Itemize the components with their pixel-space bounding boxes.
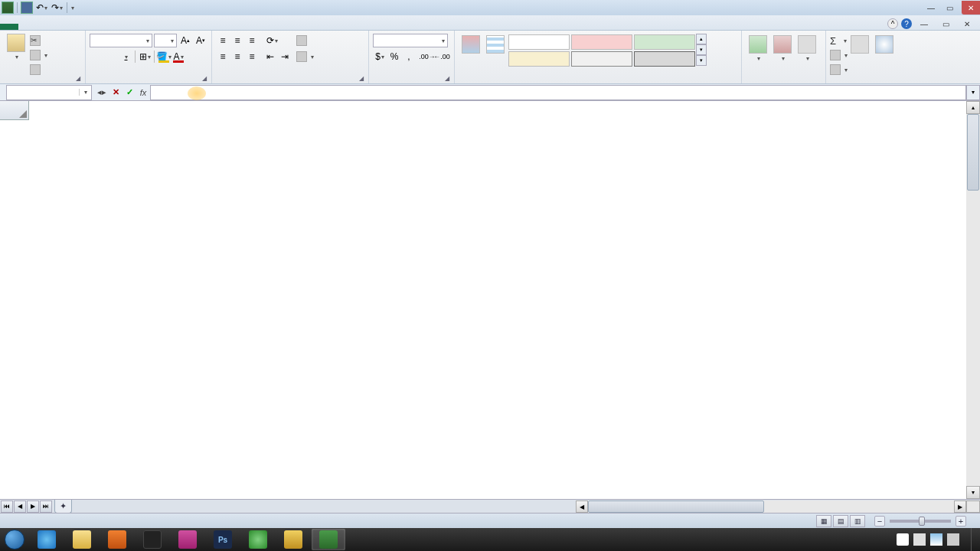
style-neutral[interactable] (508, 51, 570, 67)
style-check-cell[interactable] (634, 51, 695, 67)
sheet-nav-last[interactable]: ⏭ (40, 500, 52, 513)
normal-view-button[interactable]: ▦ (816, 515, 831, 527)
style-calculation[interactable] (571, 51, 632, 67)
insert-cells-button[interactable]: ▾ (746, 34, 770, 64)
increase-indent-button[interactable]: ⇥ (278, 50, 292, 64)
new-sheet-button[interactable]: ✦ (54, 500, 72, 514)
scroll-right-button[interactable]: ▶ (954, 500, 966, 513)
zoom-thumb[interactable] (919, 517, 925, 526)
decrease-font-button[interactable]: A▾ (194, 34, 207, 47)
qat-customize[interactable]: ▾ (71, 5, 74, 11)
clipboard-launcher[interactable]: ◢ (76, 75, 83, 83)
align-left-button[interactable]: ≡ (216, 50, 230, 64)
increase-font-button[interactable]: A▴ (178, 34, 192, 47)
decrease-indent-button[interactable]: ⇤ (263, 50, 277, 64)
page-break-view-button[interactable]: ▥ (850, 515, 865, 527)
zoom-out-button[interactable]: − (874, 516, 885, 527)
taskbar-app2[interactable] (241, 529, 275, 550)
zoom-slider[interactable] (890, 520, 951, 523)
underline-button[interactable]: ▾ (119, 50, 132, 64)
style-good[interactable] (634, 34, 695, 50)
formula-enter-button[interactable]: ✓ (122, 86, 136, 99)
delete-cells-button[interactable]: ▾ (770, 34, 795, 64)
excel-icon[interactable] (2, 2, 14, 14)
align-top-button[interactable]: ≡ (216, 34, 230, 47)
orientation-button[interactable]: ⟳▾ (265, 34, 279, 47)
format-cells-button[interactable]: ▾ (795, 34, 819, 64)
sort-filter-button[interactable] (848, 34, 872, 57)
zoom-in-button[interactable]: + (956, 516, 966, 527)
copy-button[interactable]: ▾ (30, 48, 47, 62)
style-bad[interactable] (571, 34, 632, 50)
save-icon[interactable] (21, 2, 33, 14)
taskbar-media[interactable] (100, 529, 134, 550)
taskbar-photoshop[interactable]: Ps (206, 529, 240, 550)
font-color-button[interactable]: A▾ (172, 50, 185, 64)
undo-button[interactable]: ↶▾ (34, 1, 48, 15)
bold-button[interactable] (90, 50, 103, 64)
vertical-scrollbar[interactable]: ▴ ▾ (966, 101, 980, 499)
accounting-format-button[interactable]: $▾ (373, 50, 387, 64)
fill-color-button[interactable]: 🪣▾ (157, 50, 171, 64)
restore-button[interactable]: ▭ (940, 1, 959, 15)
sheet-nav-next[interactable]: ▶ (27, 500, 39, 513)
minimize-button[interactable]: — (922, 1, 940, 15)
style-normal[interactable] (508, 34, 570, 50)
number-launcher[interactable]: ◢ (445, 75, 452, 83)
page-layout-view-button[interactable]: ▤ (833, 515, 848, 527)
sheet-nav-first[interactable]: ⏮ (1, 500, 13, 513)
fill-button[interactable]: ▾ (830, 48, 848, 62)
tray-volume-icon[interactable] (947, 533, 959, 546)
align-right-button[interactable]: ≡ (245, 50, 259, 64)
taskbar-explorer[interactable] (65, 529, 99, 550)
alignment-launcher[interactable]: ◢ (359, 75, 367, 83)
decrease-decimal-button[interactable]: ←.00 (435, 50, 449, 64)
align-center-button[interactable]: ≡ (230, 50, 244, 64)
increase-decimal-button[interactable]: .00→ (420, 50, 434, 64)
tray-expand-icon[interactable] (897, 533, 909, 546)
scroll-thumb-h[interactable] (588, 500, 764, 513)
workbook-close[interactable]: ✕ (958, 17, 976, 31)
select-all-button[interactable] (0, 101, 29, 120)
help-button[interactable]: ? (901, 18, 912, 29)
taskbar-app1[interactable] (171, 529, 204, 550)
paste-button[interactable]: ▾ (4, 32, 28, 62)
tray-network-icon[interactable] (930, 533, 942, 546)
scroll-left-button[interactable]: ◀ (576, 500, 588, 513)
autosum-button[interactable]: Σ ▾ (830, 34, 848, 47)
workbook-restore[interactable]: ▭ (936, 17, 955, 31)
workbook-minimize[interactable]: — (915, 17, 933, 31)
close-button[interactable]: ✕ (962, 1, 980, 15)
conditional-formatting-button[interactable] (459, 34, 483, 57)
name-box-dropdown[interactable]: ▾ (79, 89, 91, 96)
show-desktop-button[interactable] (971, 528, 978, 551)
formula-cancel-button[interactable]: ✕ (109, 86, 122, 99)
name-box[interactable]: ▾ (6, 85, 92, 100)
gallery-up-button[interactable]: ▴ (696, 34, 707, 44)
insert-function-small[interactable]: ◂▸ (95, 86, 109, 99)
sheet-nav-prev[interactable]: ◀ (14, 500, 26, 513)
align-bottom-button[interactable]: ≡ (245, 34, 259, 47)
gallery-down-button[interactable]: ▾ (696, 44, 707, 55)
taskbar-excel[interactable] (312, 529, 345, 550)
formula-bar-expand[interactable]: ▾ (966, 85, 980, 100)
start-button[interactable] (0, 528, 29, 551)
number-format-combo[interactable]: ▾ (373, 34, 448, 47)
merge-center-button[interactable]: ▾ (296, 50, 314, 64)
fx-button[interactable]: fx (136, 86, 150, 99)
horizontal-scrollbar[interactable]: ◀ ▶ (576, 500, 966, 513)
taskbar-camera[interactable] (136, 529, 169, 550)
find-select-button[interactable] (872, 34, 897, 57)
redo-button[interactable]: ↷▾ (50, 1, 64, 15)
gallery-more-button[interactable]: ▾ (696, 55, 707, 66)
formula-input[interactable] (150, 85, 966, 100)
scroll-thumb-v[interactable] (967, 114, 979, 191)
font-launcher[interactable]: ◢ (202, 75, 210, 83)
tab-file[interactable] (0, 24, 18, 30)
wrap-text-button[interactable] (296, 34, 314, 47)
taskbar-app3[interactable] (276, 529, 310, 550)
format-as-table-button[interactable] (483, 34, 508, 57)
font-size-combo[interactable]: ▾ (154, 34, 177, 47)
cut-button[interactable]: ✂ (30, 34, 47, 47)
italic-button[interactable] (104, 50, 118, 64)
